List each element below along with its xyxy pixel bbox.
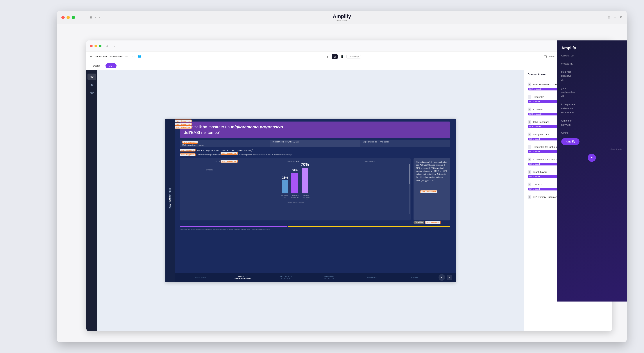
unlinked-badge-icon-7: ⊟	[529, 163, 530, 165]
unlinked-badge-icon-3: ⊟	[529, 113, 530, 115]
inner-titlebar: ⊞ ‹ ›	[86, 40, 612, 52]
outer-app-name: Amplify	[333, 14, 351, 19]
content-item-label-5: Navigation tabs	[533, 133, 549, 136]
editor-toolbar: ≡ ovi-test-slide-custom-fonts v4.1 ☆ 🌐 🖥…	[86, 52, 612, 62]
mobile-view-btn[interactable]: 📱	[339, 54, 345, 59]
from-amplify-label: From Amplify	[561, 148, 622, 150]
new-unapproved-badge-2: New / Unapproved	[174, 123, 192, 126]
unlinked-badge-icon-8: ⊟	[529, 176, 530, 178]
sidebar-toggle-icon[interactable]: ⊞	[90, 16, 92, 19]
unlinked-badge-text-6: 1 unlinked	[531, 150, 540, 152]
content-item-label-2: Header H1	[533, 96, 544, 98]
far-right-amplify-btn[interactable]: Amplify	[561, 138, 580, 145]
chart-label-settimana16: Settimana 16¹	[287, 160, 299, 162]
unlinked-badge-text-8: 4 unlinked	[531, 176, 540, 178]
far-right-amplify-panel: Amplify website. Let erested in? build h…	[557, 40, 627, 302]
new-unapproved-badge-4: New / Unapproved	[220, 152, 238, 154]
outer-maximize-btn[interactable]	[72, 16, 75, 19]
outer-app-logo: Amplify From Anthill	[333, 14, 351, 22]
unlinked-badge-text-9: 1 unlinked	[531, 188, 540, 190]
slide-main-content: Adtralza® ha mostrato un miglioramento p…	[174, 118, 456, 282]
hamburger-menu-icon: ≡	[449, 276, 450, 279]
inner-minimize-btn[interactable]	[94, 45, 97, 47]
menu-icon[interactable]: ≡	[90, 55, 92, 58]
chart-ref-note: Adattato dal rif. 4, figura 2	[183, 201, 408, 203]
unlinked-badge-icon-4: ⊟	[529, 126, 530, 128]
inner-maximize-btn[interactable]	[99, 45, 102, 47]
notes-checkbox[interactable]	[544, 55, 546, 58]
duplicate-icon[interactable]: ⧉	[620, 16, 622, 19]
new-unapproved-inline: New / Unapproved	[425, 221, 441, 224]
new-unapproved-badge-6: New / Unapproved	[420, 190, 438, 193]
bottom-nav-summary[interactable]: SUMMARY	[394, 276, 437, 278]
unlinked-badge-text-1: #1 unlinked	[531, 88, 541, 90]
slide-chart: LOCAL Settimana 16¹ Settimana 32 p<0,000…	[180, 158, 410, 220]
file-version: v4.1	[126, 56, 130, 58]
tablet-view-btn[interactable]: ⊡	[332, 54, 338, 59]
add-icon[interactable]: +	[614, 15, 616, 20]
share-icon[interactable]: ⬆	[608, 16, 610, 20]
design-tab[interactable]: Design	[90, 63, 103, 68]
bottom-nav-unmet[interactable]: UNMET NEED	[178, 276, 221, 278]
bottom-nav-profilo[interactable]: PROFILO DISICUREZZA	[308, 276, 350, 279]
new-unapproved-desc: New / Unapproved	[180, 149, 196, 152]
resolution-display: 1194x834px	[346, 55, 361, 58]
bar-36	[282, 180, 288, 194]
hamburger-menu-btn[interactable]: ≡	[447, 275, 452, 280]
outer-minimize-btn[interactable]	[66, 16, 70, 19]
mlr-tab[interactable]: MLR	[106, 63, 116, 68]
inner-sidebar-toggle-icon[interactable]: ⊞	[106, 44, 108, 47]
star-icon[interactable]: ☆	[132, 55, 135, 58]
inner-nav-forward-icon[interactable]: ›	[114, 44, 115, 48]
outer-nav-icons: ⊞ ‹ ›	[90, 16, 100, 19]
bottom-nav-logo: A	[437, 274, 447, 281]
slide-footnote: Definizione di 4 sottogruppi parametrici…	[180, 228, 450, 230]
subtab-pro: Miglioramento dei PRO a 2 anni	[360, 140, 450, 147]
inner-nav-arrows: ‹ ›	[112, 44, 115, 48]
globe-icon[interactable]: 🌐	[138, 55, 141, 58]
content-item-icon-5: ⊟	[528, 132, 531, 136]
new-unapproved-subdesc: New / Unapproved	[180, 153, 196, 156]
nav-back-icon[interactable]: ‹	[95, 16, 96, 19]
sidebar-item-rcp[interactable]: RCP	[88, 90, 96, 96]
unlinked-badge-text-2: 2 unlinked	[531, 100, 540, 102]
bar-56	[291, 173, 298, 194]
inner-nav-back-icon[interactable]: ‹	[112, 44, 112, 48]
content-item-icon-10: ⊟	[528, 195, 531, 199]
bottom-nav-rwe[interactable]: REAL-WORLDEVIDENCE	[264, 276, 308, 279]
content-item-icon-3: ⊟	[528, 108, 531, 111]
slide-nav-rwe[interactable]: RWE	[169, 205, 171, 209]
notes-label: Notes	[549, 55, 555, 58]
scroll-down-button[interactable]: ▼	[588, 154, 596, 162]
slide-container: New / Unapproved New / Unapproved New / …	[166, 118, 456, 282]
new-unapproved-badge-5: New / Unapproved	[220, 160, 238, 163]
desktop-view-btn[interactable]: 🖥	[324, 54, 330, 59]
bottom-nav-dosaggio[interactable]: DOSAGGIO	[350, 276, 394, 278]
new-unapproved-badge-3: New / Unapproved	[174, 126, 192, 129]
content-item-label-6: Header H3 for light mode	[533, 146, 560, 148]
outer-close-btn[interactable]	[62, 16, 65, 19]
slide-chart-section: LOCAL Settimana 16¹ Settimana 32 p<0,000…	[180, 158, 450, 220]
chart-scrollbar-thumb[interactable]	[409, 164, 410, 184]
chart-label-settimana32: Settimana 32	[364, 160, 375, 162]
sidebar-item-ref[interactable]: REF	[88, 74, 96, 80]
chart-group-label-2: Adtralza® Q2W + TCS	[291, 195, 300, 200]
canvas-area: New / Unapproved New / Unapproved New / …	[98, 70, 524, 331]
slide-subdesc-text: Percentuale dei pazienti trattati con Ad…	[197, 154, 294, 156]
unlinked-badge-icon-1: ⊟	[529, 88, 530, 90]
slide-right-textbox: Alla settimana 16, i pazienti trattati c…	[414, 158, 450, 220]
shared-badge-row: SHARED New / Unapproved	[414, 221, 450, 224]
inner-close-btn[interactable]	[90, 45, 93, 47]
unlinked-badge-icon-5: ⊟	[529, 138, 530, 140]
bottom-nav-efficacia[interactable]: EFFICACIAA LUNGO TERMINE	[221, 276, 264, 279]
far-right-amplify-title: Amplify	[561, 46, 622, 50]
purple-bar	[180, 226, 288, 227]
slide-description-row: New / Unapproved efficacia nei pazienti …	[180, 149, 450, 152]
slide-title: Adtralza® ha mostrato un miglioramento p…	[184, 124, 446, 135]
nav-forward-icon[interactable]: ›	[99, 16, 100, 19]
content-item-label-8: Graph Layout	[533, 170, 547, 173]
slide-nav-efficacia[interactable]: EFFICACIA	[169, 196, 171, 205]
sidebar-item-ds[interactable]: DS	[88, 82, 96, 88]
chart-scrollbar-track[interactable]	[409, 164, 410, 214]
content-area: REF DS RCP New / Unapproved New / Unappr…	[86, 70, 612, 331]
